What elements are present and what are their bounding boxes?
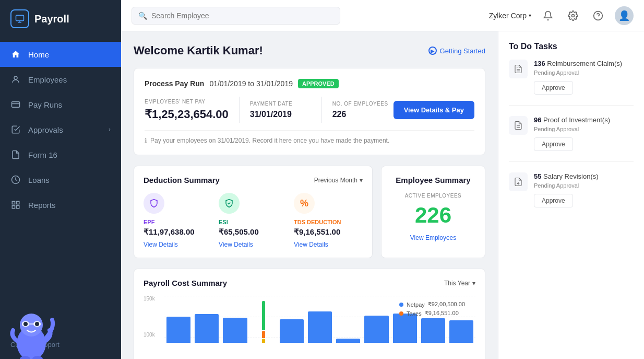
topbar: 🔍 Zylker Corp ▾ 👤 — [121, 0, 644, 31]
sidebar-item-form16[interactable]: Form 16 — [0, 142, 121, 167]
legend-taxes-dot — [399, 311, 403, 316]
approve-button-3[interactable]: Approve — [534, 194, 573, 207]
bar-orange-small — [262, 331, 265, 338]
tds-icon: % — [294, 193, 315, 214]
chart-legend: Netpay ₹92,00,500.00 Taxes ₹9,16,551.00 — [399, 301, 465, 317]
pay-run-header: Process Pay Run 01/01/2019 to 31/01/2019… — [145, 79, 474, 88]
bar-blue — [195, 314, 219, 343]
bar-blue — [308, 311, 332, 343]
epf-view-link[interactable]: View Details — [144, 241, 212, 248]
sidebar-item-employees[interactable]: Employees — [0, 67, 121, 92]
stat-divider-2 — [321, 97, 322, 123]
app-logo: Payroll — [0, 0, 121, 38]
todo-item-salary: 55 Salary Revision(s) Pending Approval A… — [509, 172, 634, 218]
todo-text-1: 136 Reimbursement Claim(s) — [534, 60, 634, 67]
payroll-cost-title: Payroll Cost Summary — [144, 279, 227, 287]
help-icon[interactable] — [590, 7, 606, 24]
sidebar-item-reports[interactable]: Reports — [0, 192, 121, 217]
search-box[interactable]: 🔍 — [132, 7, 340, 25]
pay-run-card: Process Pay Run 01/01/2019 to 31/01/2019… — [134, 68, 485, 155]
chart-area: 150k 100k — [144, 296, 475, 353]
esi-card: ESI ₹65,505.00 View Details — [219, 193, 288, 248]
svg-rect-2 — [12, 102, 20, 108]
view-employees-link[interactable]: View Employees — [391, 234, 475, 241]
employee-summary-card: Employee Summary ACTIVE EMPLOYEES 226 Vi… — [381, 166, 485, 258]
tds-view-link[interactable]: View Details — [294, 241, 363, 248]
loans-icon — [10, 175, 21, 185]
main-content: Welcome Kartik Kumar! ▶ Getting Started … — [121, 31, 498, 359]
grid-line-1 — [164, 296, 475, 296]
deduction-summary-card: Deduction Summary Previous Month ▾ EP — [134, 166, 373, 258]
sidebar-item-label: Home — [28, 50, 49, 59]
sidebar-item-label: Pay Runs — [28, 100, 62, 109]
net-pay-stat: EMPLOYEES' NET PAY ₹1,25,23,654.00 — [145, 99, 229, 121]
sidebar-item-loans[interactable]: Loans — [0, 167, 121, 192]
approve-button-1[interactable]: Approve — [534, 81, 573, 95]
sidebar-nav: Home Employees Pay Runs Approvals › — [0, 38, 121, 330]
bar-blue — [166, 317, 190, 343]
pay-run-title: Process Pay Run — [145, 79, 204, 88]
todo-subtext-1: Pending Approval — [534, 70, 634, 76]
topbar-right: Zylker Corp ▾ 👤 — [489, 6, 634, 25]
bar-group-11 — [449, 320, 473, 343]
todo-text-3: 55 Salary Revision(s) — [534, 172, 634, 180]
bar-group-6 — [308, 311, 332, 343]
todo-subtext-2: Pending Approval — [534, 126, 634, 132]
approved-badge: APPROVED — [298, 79, 339, 88]
approvals-icon — [10, 124, 21, 135]
settings-icon[interactable] — [565, 7, 581, 24]
form16-icon — [10, 149, 21, 160]
sidebar-item-approvals[interactable]: Approvals › — [0, 117, 121, 142]
bar-blue — [364, 316, 388, 343]
bar-blue — [421, 318, 445, 343]
svg-rect-6 — [17, 206, 19, 209]
investment-icon — [509, 116, 528, 135]
approvals-arrow: › — [109, 126, 111, 133]
period-dropdown[interactable]: Previous Month ▾ — [314, 177, 363, 184]
bar-blue — [393, 314, 417, 343]
stat-divider — [239, 97, 240, 123]
deduction-header: Deduction Summary Previous Month ▾ — [144, 176, 363, 184]
logo-icon — [10, 9, 29, 28]
view-details-pay-button[interactable]: View Details & Pay — [393, 101, 474, 119]
payroll-cost-card: Payroll Cost Summary This Year ▾ 150k 10… — [134, 269, 485, 359]
svg-point-12 — [23, 322, 28, 326]
bar-group-9 — [393, 314, 417, 343]
esi-view-link[interactable]: View Details — [219, 241, 288, 248]
employee-summary-title: Employee Summary — [391, 176, 475, 184]
bar-group-7 — [336, 339, 360, 343]
bar-blue-small — [336, 339, 360, 343]
sidebar-item-label: Form 16 — [28, 150, 57, 159]
bar-group-8 — [364, 316, 388, 343]
search-input[interactable] — [151, 11, 333, 20]
chart-y-label-150k: 150k — [144, 296, 155, 302]
salary-icon — [509, 172, 528, 191]
bar-blue — [280, 319, 304, 343]
middle-section-row: Deduction Summary Previous Month ▾ EP — [134, 166, 485, 258]
company-selector[interactable]: Zylker Corp ▾ — [489, 11, 531, 20]
svg-point-17 — [572, 14, 575, 17]
svg-rect-4 — [12, 201, 15, 204]
notifications-icon[interactable] — [540, 7, 556, 24]
legend-taxes: Taxes ₹9,16,551.00 — [399, 310, 465, 317]
avatar[interactable]: 👤 — [615, 6, 634, 25]
bar-group-2 — [195, 314, 219, 343]
todo-text-2: 96 Proof of Investment(s) — [534, 116, 634, 124]
svg-point-1 — [14, 76, 17, 79]
num-employees-stat: NO. OF EMPLOYEES 226 — [332, 101, 393, 119]
approve-button-2[interactable]: Approve — [534, 137, 573, 151]
sidebar-item-label: Reports — [28, 201, 56, 210]
pay-runs-icon — [10, 99, 21, 110]
todo-title: To Do Tasks — [509, 42, 634, 51]
payroll-period-dropdown[interactable]: This Year ▾ — [444, 280, 475, 287]
sidebar-item-home[interactable]: Home — [0, 42, 121, 67]
bar-yellow-small — [262, 339, 265, 343]
svg-point-13 — [35, 322, 39, 326]
todo-sidebar: To Do Tasks 136 Reimbursement Claim(s) P… — [498, 31, 644, 359]
getting-started-link[interactable]: ▶ Getting Started — [428, 47, 485, 55]
bar-blue — [449, 320, 473, 343]
sidebar-item-pay-runs[interactable]: Pay Runs — [0, 92, 121, 117]
bar-group-3 — [223, 318, 247, 343]
deduction-grid: EPF ₹11,97,638.00 View Details ESI ₹65,5… — [144, 193, 363, 248]
epf-card: EPF ₹11,97,638.00 View Details — [144, 193, 212, 248]
